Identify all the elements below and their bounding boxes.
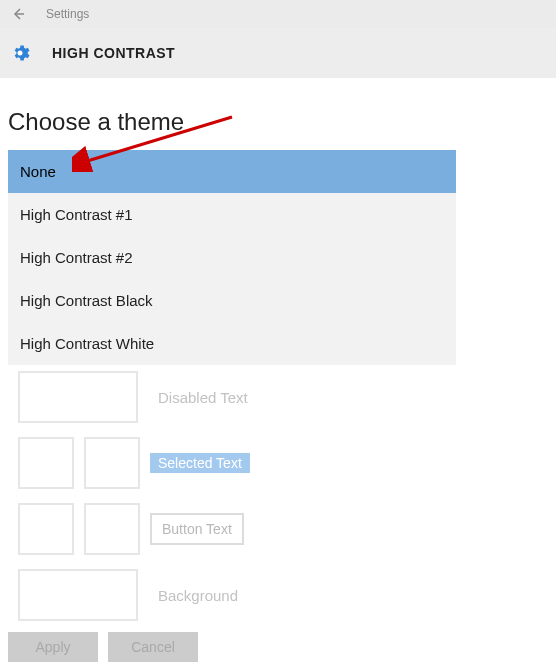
swatch-selected-bg[interactable] — [84, 437, 140, 489]
label-disabled-text: Disabled Text — [158, 389, 248, 406]
label-button-text: Button Text — [150, 513, 244, 545]
theme-option-black[interactable]: High Contrast Black — [8, 279, 456, 322]
theme-dropdown[interactable]: None High Contrast #1 High Contrast #2 H… — [8, 150, 456, 365]
swatch-background[interactable] — [18, 569, 138, 621]
titlebar: Settings — [0, 0, 556, 28]
theme-option-hc1[interactable]: High Contrast #1 — [8, 193, 456, 236]
preview-row-disabled: Disabled Text — [18, 371, 548, 423]
theme-option-hc2[interactable]: High Contrast #2 — [8, 236, 456, 279]
back-arrow-icon[interactable] — [10, 6, 26, 22]
label-selected-text: Selected Text — [150, 453, 250, 473]
preview-row-button: Button Text — [18, 503, 548, 555]
section-heading: Choose a theme — [8, 108, 548, 136]
swatch-button-bg[interactable] — [84, 503, 140, 555]
page-title: HIGH CONTRAST — [52, 45, 175, 61]
preview-row-selected: Selected Text — [18, 437, 548, 489]
window-title: Settings — [46, 7, 89, 21]
footer-buttons: Apply Cancel — [8, 632, 198, 662]
apply-button[interactable]: Apply — [8, 632, 98, 662]
theme-option-none[interactable]: None — [8, 150, 456, 193]
label-background: Background — [158, 587, 238, 604]
swatch-disabled[interactable] — [18, 371, 138, 423]
cancel-button[interactable]: Cancel — [108, 632, 198, 662]
gear-icon — [10, 43, 30, 63]
preview-area: Disabled Text Selected Text Button Text … — [18, 371, 548, 621]
swatch-selected-fg[interactable] — [18, 437, 74, 489]
preview-row-background: Background — [18, 569, 548, 621]
theme-option-white[interactable]: High Contrast White — [8, 322, 456, 365]
svg-point-1 — [18, 51, 23, 56]
swatch-button-fg[interactable] — [18, 503, 74, 555]
page-header: HIGH CONTRAST — [0, 28, 556, 78]
content-area: Choose a theme None High Contrast #1 Hig… — [0, 78, 556, 643]
